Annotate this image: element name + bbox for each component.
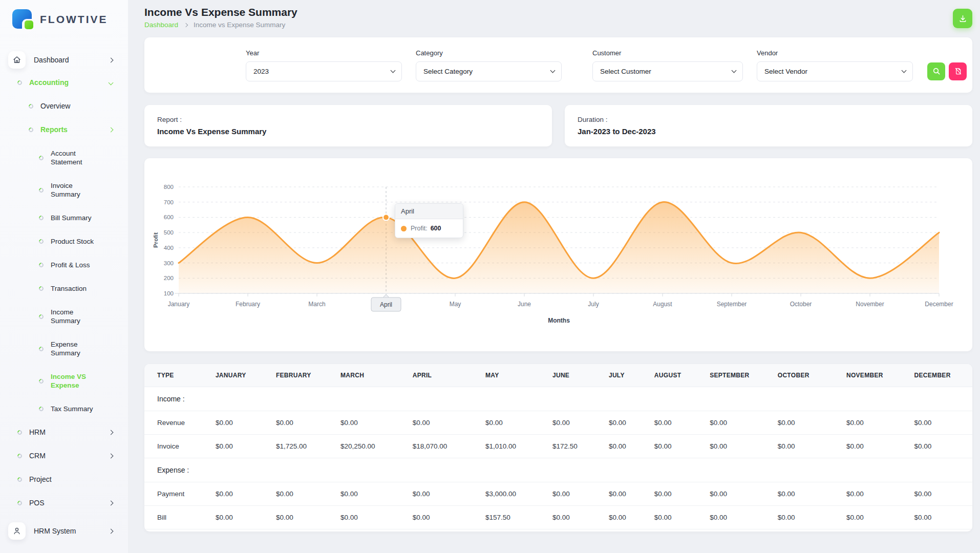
table-cell: $0.00 (601, 506, 646, 529)
bullet-icon (38, 378, 45, 385)
download-button[interactable] (953, 9, 972, 28)
chevron-right-icon (109, 454, 114, 459)
table-cell: $0.00 (332, 411, 404, 435)
sidebar-item-income-vs-expense[interactable]: Income VS Expense (0, 372, 128, 390)
bullet-icon (16, 476, 23, 483)
sidebar-item-crm[interactable]: CRM (0, 452, 128, 460)
sidebar-item-tax-summary[interactable]: Tax Summary (0, 405, 128, 413)
table-cell: $0.00 (701, 435, 770, 458)
table-header-cell: MARCH (332, 364, 404, 387)
table-cell: $0.00 (544, 482, 601, 506)
tooltip-value: 600 (431, 225, 441, 232)
table-cell: $0.00 (268, 506, 332, 529)
table-cell: $0.00 (404, 506, 477, 529)
sidebar-item-label: Accounting (29, 78, 69, 87)
chevron-down-icon (109, 80, 114, 86)
sidebar-item-label: Income Summary (51, 308, 104, 325)
table-cell: $0.00 (770, 506, 838, 529)
reset-filter-button[interactable] (949, 62, 967, 80)
sidebar-nav: DashboardAccountingOverviewReportsAccoun… (0, 51, 128, 540)
main-content: Income Vs Expense Summary Dashboard Inco… (128, 0, 980, 553)
sidebar-item-expense-summary[interactable]: Expense Summary (0, 340, 128, 357)
table-cell: $0.00 (838, 411, 906, 435)
table-header-cell: JULY (601, 364, 646, 387)
table-cell: $0.00 (601, 411, 646, 435)
table-header-cell: JUNE (544, 364, 601, 387)
sidebar-item-pos[interactable]: POS (0, 499, 128, 507)
table-cell: $0.00 (544, 506, 601, 529)
duration-value: Jan-2023 to Dec-2023 (578, 127, 960, 136)
sidebar-item-account-statement[interactable]: Account Statement (0, 149, 128, 166)
sidebar-item-profit-loss[interactable]: Profit & Loss (0, 261, 128, 269)
table-cell: $0.00 (207, 506, 268, 529)
sidebar-item-label: Reports (40, 125, 68, 134)
sidebar-item-label: HRM System (34, 527, 76, 536)
table-cell: $0.00 (838, 506, 906, 529)
app-logo[interactable]: FLOWTIVE (0, 9, 128, 30)
svg-text:Profit: Profit (153, 232, 159, 248)
breadcrumb-dashboard-link[interactable]: Dashboard (144, 21, 178, 29)
bullet-icon (16, 500, 23, 506)
sidebar-item-label: Account Statement (51, 149, 104, 166)
sidebar-item-label: Expense Summary (51, 340, 104, 357)
bullet-icon (38, 406, 45, 412)
search-icon (932, 67, 941, 75)
sidebar-item-dashboard[interactable]: Dashboard (0, 51, 128, 69)
sidebar-item-label: HRM (29, 428, 46, 437)
sidebar-item-transaction[interactable]: Transaction (0, 284, 128, 293)
svg-text:600: 600 (164, 214, 174, 220)
series-marker-icon (401, 226, 407, 231)
svg-text:May: May (450, 301, 461, 308)
sidebar-item-accounting[interactable]: Accounting (0, 78, 128, 87)
sidebar-item-overview[interactable]: Overview (0, 102, 128, 111)
sidebar-item-hrm[interactable]: HRM (0, 428, 128, 437)
sidebar-item-label: POS (29, 499, 45, 507)
table-cell: $0.00 (601, 435, 646, 458)
sidebar-item-invoice-summary[interactable]: Invoice Summary (0, 181, 128, 199)
sidebar-item-hrm-system[interactable]: HRM System (0, 522, 128, 540)
profit-area-chart[interactable]: 100200300400500600700800JanuaryFebruaryM… (144, 158, 972, 351)
vendor-select[interactable]: Select Vendor (757, 61, 913, 81)
category-select[interactable]: Select Category (416, 61, 562, 81)
sidebar-item-project[interactable]: Project (0, 475, 128, 484)
sidebar-item-product-stock[interactable]: Product Stock (0, 237, 128, 246)
table-cell: $0.00 (268, 482, 332, 506)
table-cell: $0.00 (906, 411, 972, 435)
table-cell: $0.00 (906, 435, 972, 458)
svg-text:500: 500 (164, 229, 174, 236)
svg-text:200: 200 (164, 275, 174, 281)
sidebar: FLOWTIVE DashboardAccountingOverviewRepo… (0, 0, 128, 553)
svg-text:300: 300 (164, 260, 174, 266)
table-cell: $0.00 (770, 411, 838, 435)
report-card: Report : Income Vs Expense Summary (144, 105, 552, 146)
category-label: Category (416, 49, 562, 57)
table-cell: $1,010.00 (477, 435, 544, 458)
table-header-cell: SEPTEMBER (701, 364, 770, 387)
row-label: Revenue (144, 411, 207, 435)
table-cell: $3,000.00 (477, 482, 544, 506)
customer-select[interactable]: Select Customer (592, 61, 743, 81)
table-header-cell: JANUARY (207, 364, 268, 387)
table-row: Bill$0.00$0.00$0.00$0.00$157.50$0.00$0.0… (144, 506, 972, 529)
report-value: Income Vs Expense Summary (157, 127, 539, 136)
svg-text:January: January (168, 301, 190, 308)
chevron-right-icon (109, 501, 114, 506)
breadcrumb-separator-icon (184, 23, 188, 27)
duration-card: Duration : Jan-2023 to Dec-2023 (565, 105, 972, 146)
customer-label: Customer (592, 49, 743, 57)
page-header: Income Vs Expense Summary Dashboard Inco… (144, 0, 972, 29)
apply-filter-button[interactable] (927, 62, 945, 80)
sidebar-item-income-summary[interactable]: Income Summary (0, 308, 128, 325)
svg-text:400: 400 (164, 245, 174, 251)
sidebar-item-label: Product Stock (51, 237, 94, 246)
table-cell: $0.00 (207, 435, 268, 458)
svg-text:700: 700 (164, 199, 174, 205)
sidebar-item-bill-summary[interactable]: Bill Summary (0, 214, 128, 222)
bullet-icon (16, 453, 23, 459)
chevron-right-icon (109, 528, 114, 534)
tooltip-series-label: Profit: (411, 225, 428, 232)
sidebar-item-reports[interactable]: Reports (0, 125, 128, 134)
table-cell: $0.00 (770, 435, 838, 458)
vendor-label: Vendor (757, 49, 913, 57)
year-select[interactable]: 2023 (246, 61, 402, 81)
